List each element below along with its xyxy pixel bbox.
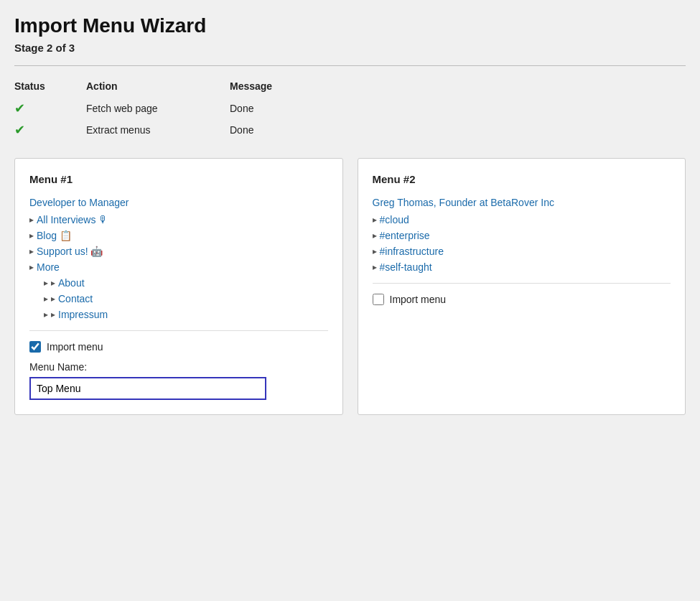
action-1: Fetch web page <box>86 98 230 119</box>
menu1-item-contact[interactable]: Contact <box>58 293 93 304</box>
arrow-icon: ▸ <box>29 230 34 241</box>
menu1-item-about[interactable]: About <box>58 277 85 289</box>
list-item: ▸ #infrastructure <box>373 246 671 257</box>
col-header-action: Action <box>86 78 230 98</box>
list-item: ▸ Support us! 🤖 <box>29 246 328 257</box>
menu1-item-support[interactable]: Support us! 🤖 <box>37 246 103 257</box>
menu-card-1: Menu #1 Developer to Manager ▸ All Inter… <box>14 158 343 415</box>
menu1-item-more[interactable]: More <box>37 261 60 273</box>
menu1-divider <box>29 330 328 331</box>
col-header-status: Status <box>14 78 86 98</box>
arrow-icon: ▸ <box>29 246 34 256</box>
arrow-icon: ▸ <box>44 294 48 304</box>
sub-arrow-icon: ▸ <box>51 309 55 320</box>
arrow-icon: ▸ <box>373 246 377 256</box>
arrow-icon: ▸ <box>373 215 377 225</box>
menu1-main-link[interactable]: Developer to Manager <box>29 197 328 208</box>
menu2-import-row: Import menu <box>373 294 671 305</box>
menu1-import-row: Import menu <box>29 341 328 353</box>
action-2: Extract menus <box>86 119 230 141</box>
menu2-main-link[interactable]: Greg Thomas, Founder at BetaRover Inc <box>373 197 671 208</box>
stage-label: Stage 2 of 3 <box>14 42 686 54</box>
menu2-import-checkbox[interactable] <box>373 294 384 305</box>
arrow-icon: ▸ <box>373 262 377 272</box>
message-1: Done <box>230 98 686 119</box>
message-2: Done <box>230 119 686 141</box>
menu2-divider <box>373 283 671 284</box>
arrow-icon: ▸ <box>44 309 48 320</box>
menu2-item-cloud[interactable]: #cloud <box>380 214 409 225</box>
menu1-item-blog[interactable]: Blog 📋 <box>37 230 72 241</box>
sub-arrow-icon: ▸ <box>51 278 55 288</box>
menu2-item-infrastructure[interactable]: #infrastructure <box>380 246 444 257</box>
menu1-name-input[interactable] <box>29 377 266 400</box>
table-row: ✔ Extract menus Done <box>14 119 686 141</box>
menu1-import-label[interactable]: Import menu <box>47 341 103 353</box>
menu1-title: Menu #1 <box>29 173 328 185</box>
menu2-import-label[interactable]: Import menu <box>390 294 447 305</box>
arrow-icon: ▸ <box>373 230 377 241</box>
header-divider <box>14 65 686 66</box>
menu1-name-label: Menu Name: <box>29 361 328 373</box>
arrow-icon: ▸ <box>29 215 34 225</box>
menu1-import-checkbox[interactable] <box>29 341 41 353</box>
list-item: ▸ More <box>29 261 328 273</box>
list-item: ▸ ▸ Contact <box>29 293 328 304</box>
list-item: ▸ #cloud <box>373 214 671 225</box>
list-item: ▸ #enterprise <box>373 230 671 241</box>
list-item: ▸ Blog 📋 <box>29 230 328 241</box>
menu2-title: Menu #2 <box>373 173 671 185</box>
status-check-2: ✔ <box>14 123 25 137</box>
list-item: ▸ #self-taught <box>373 261 671 273</box>
list-item: ▸ All Interviews 🎙 <box>29 214 328 225</box>
menus-container: Menu #1 Developer to Manager ▸ All Inter… <box>14 158 686 415</box>
list-item: ▸ ▸ About <box>29 277 328 289</box>
page-title: Import Menu Wizard <box>14 14 686 37</box>
status-check-1: ✔ <box>14 101 25 116</box>
menu1-item-impressum[interactable]: Impressum <box>58 309 108 320</box>
page-container: Import Menu Wizard Stage 2 of 3 Status A… <box>14 14 686 415</box>
list-item: ▸ ▸ Impressum <box>29 309 328 320</box>
arrow-icon: ▸ <box>44 278 48 288</box>
menu2-item-enterprise[interactable]: #enterprise <box>380 230 430 241</box>
menu2-item-self-taught[interactable]: #self-taught <box>380 261 432 273</box>
sub-arrow-icon: ▸ <box>51 294 55 304</box>
col-header-message: Message <box>230 78 686 98</box>
table-row: ✔ Fetch web page Done <box>14 98 686 119</box>
status-table: Status Action Message ✔ Fetch web page D… <box>14 78 686 141</box>
arrow-icon: ▸ <box>29 262 34 272</box>
menu-card-2: Menu #2 Greg Thomas, Founder at BetaRove… <box>358 158 686 415</box>
menu1-item-all-interviews[interactable]: All Interviews 🎙 <box>37 214 108 225</box>
